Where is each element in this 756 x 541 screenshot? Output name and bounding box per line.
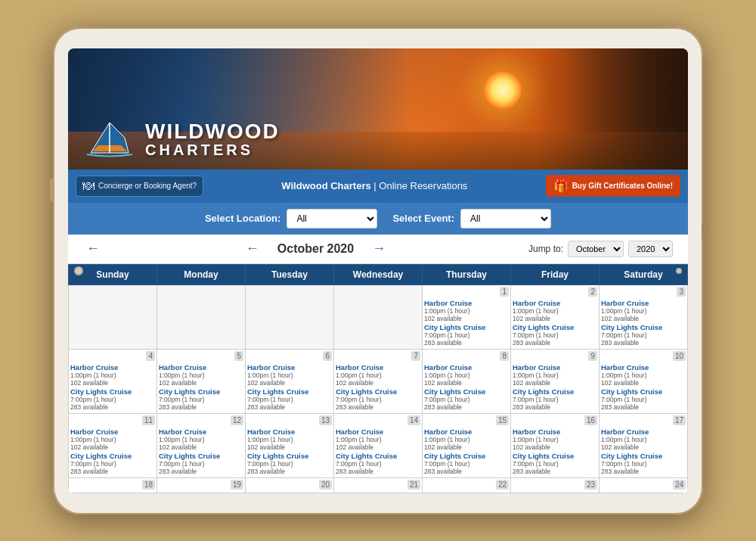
day-number: 15 (496, 415, 509, 425)
city-lights-title[interactable]: City Lights Cruise (513, 387, 597, 396)
harbor-cruise-title[interactable]: Harbor Cruise (247, 363, 332, 372)
harbor-cruise-title[interactable]: Harbor Cruise (513, 428, 597, 436)
prev-month-button[interactable]: ← (83, 241, 103, 257)
harbor-cruise-title[interactable]: Harbor Cruise (601, 363, 686, 372)
gift-certificates-button[interactable]: 🎁 Buy Gift Certificates Online! (546, 175, 680, 197)
list-item[interactable]: Harbor Cruise 1:00pm (1 hour) 102 availa… (424, 428, 509, 451)
harbor-cruise-title[interactable]: Harbor Cruise (424, 299, 509, 307)
city-lights-title[interactable]: City Lights Cruise (70, 452, 155, 460)
harbor-cruise-available: 102 available (336, 379, 420, 387)
harbor-cruise-title[interactable]: Harbor Cruise (247, 428, 332, 436)
city-lights-title[interactable]: City Lights Cruise (424, 323, 509, 331)
list-item[interactable]: Harbor Cruise 1:00pm (1 hour) 102 availa… (513, 299, 597, 322)
city-lights-title[interactable]: City Lights Cruise (424, 452, 509, 460)
front-camera (74, 266, 83, 275)
list-item[interactable]: Harbor Cruise 1:00pm (1 hour) 102 availa… (336, 363, 420, 387)
list-item[interactable]: City Lights Cruise 7:00pm (1 hour) 283 a… (601, 323, 686, 347)
list-item[interactable]: Harbor Cruise 1:00pm (1 hour) 102 availa… (247, 428, 332, 451)
volume-button (50, 179, 54, 201)
list-item[interactable]: City Lights Cruise 7:00pm (1 hour) 283 a… (247, 452, 332, 475)
city-lights-title[interactable]: City Lights Cruise (424, 387, 509, 396)
city-lights-available: 283 available (424, 339, 509, 347)
harbor-cruise-title[interactable]: Harbor Cruise (424, 428, 509, 436)
list-item[interactable]: City Lights Cruise 7:00pm (1 hour) 283 a… (513, 452, 597, 475)
list-item[interactable]: City Lights Cruise 7:00pm (1 hour) 283 a… (513, 387, 597, 411)
list-item[interactable]: Harbor Cruise 1:00pm (1 hour) 102 availa… (601, 428, 686, 451)
list-item[interactable]: City Lights Cruise 7:00pm (1 hour) 283 a… (247, 387, 332, 411)
calendar-nav: ← ← October 2020 → Jump to: October 2020 (68, 235, 688, 264)
harbor-cruise-title[interactable]: Harbor Cruise (513, 363, 597, 372)
list-item[interactable]: Harbor Cruise 1:00pm (1 hour) 102 availa… (601, 299, 686, 322)
table-row: 6 Harbor Cruise 1:00pm (1 hour) 102 avai… (246, 349, 334, 413)
list-item[interactable]: City Lights Cruise 7:00pm (1 hour) 283 a… (513, 323, 597, 347)
jump-year-select[interactable]: 2020 (628, 241, 673, 257)
list-item[interactable]: City Lights Cruise 7:00pm (1 hour) 283 a… (424, 323, 509, 347)
list-item[interactable]: City Lights Cruise 7:00pm (1 hour) 283 a… (70, 387, 155, 411)
list-item[interactable]: Harbor Cruise 1:00pm (1 hour) 102 availa… (336, 428, 420, 451)
list-item[interactable]: City Lights Cruise 7:00pm (1 hour) 283 a… (601, 452, 686, 475)
list-item[interactable]: Harbor Cruise 1:00pm (1 hour) 102 availa… (424, 299, 509, 322)
harbor-cruise-title[interactable]: Harbor Cruise (424, 363, 509, 372)
city-lights-time: 7:00pm (1 hour) (424, 460, 509, 468)
list-item[interactable]: City Lights Cruise 7:00pm (1 hour) 283 a… (159, 452, 243, 475)
city-lights-title[interactable]: City Lights Cruise (70, 387, 155, 396)
list-item[interactable]: Harbor Cruise 1:00pm (1 hour) 102 availa… (424, 363, 509, 387)
list-item[interactable]: City Lights Cruise 7:00pm (1 hour) 283 a… (424, 387, 509, 411)
nav-sub: Online Reservations (379, 180, 467, 191)
city-lights-title[interactable]: City Lights Cruise (336, 387, 420, 396)
list-item[interactable]: Harbor Cruise 1:00pm (1 hour) 102 availa… (513, 363, 597, 387)
harbor-cruise-title[interactable]: Harbor Cruise (70, 363, 155, 372)
concierge-icon: 🍽 (82, 179, 94, 193)
city-lights-title[interactable]: City Lights Cruise (336, 452, 420, 460)
table-row: 8 Harbor Cruise 1:00pm (1 hour) 102 avai… (423, 349, 511, 413)
list-item[interactable]: Harbor Cruise 1:00pm (1 hour) 102 availa… (70, 363, 155, 387)
day-number: 24 (673, 480, 686, 490)
hero-text-logo: WILDWOOD CHARTERS (145, 121, 280, 157)
harbor-cruise-title[interactable]: Harbor Cruise (336, 428, 420, 436)
harbor-cruise-title[interactable]: Harbor Cruise (159, 363, 243, 372)
prev-month-arrow[interactable]: ← (243, 241, 262, 257)
list-item[interactable]: Harbor Cruise 1:00pm (1 hour) 102 availa… (159, 363, 243, 387)
list-item[interactable]: City Lights Cruise 7:00pm (1 hour) 283 a… (601, 387, 686, 411)
list-item[interactable]: City Lights Cruise 7:00pm (1 hour) 283 a… (159, 387, 243, 411)
day-header-tuesday: Tuesday (246, 264, 334, 284)
concierge-button[interactable]: 🍽 Concierge or Booking Agent? (76, 176, 203, 197)
city-lights-title[interactable]: City Lights Cruise (513, 452, 597, 460)
event-select[interactable]: All (460, 209, 551, 229)
harbor-cruise-available: 102 available (70, 379, 155, 387)
day-header-monday: Monday (157, 264, 246, 284)
harbor-cruise-available: 102 available (336, 443, 420, 451)
harbor-cruise-available: 102 available (424, 315, 509, 322)
location-select[interactable]: All (287, 209, 377, 229)
list-item[interactable]: City Lights Cruise 7:00pm (1 hour) 283 a… (70, 452, 155, 475)
table-row: 1 Harbor Cruise 1:00pm (1 hour) 102 avai… (423, 284, 511, 349)
city-lights-title[interactable]: City Lights Cruise (513, 323, 597, 331)
list-item[interactable]: City Lights Cruise 7:00pm (1 hour) 283 a… (336, 387, 420, 411)
list-item[interactable]: Harbor Cruise 1:00pm (1 hour) 102 availa… (247, 363, 332, 387)
harbor-cruise-title[interactable]: Harbor Cruise (601, 299, 686, 307)
city-lights-title[interactable]: City Lights Cruise (159, 387, 243, 396)
city-lights-title[interactable]: City Lights Cruise (601, 387, 686, 396)
jump-month-select[interactable]: October (568, 241, 624, 257)
table-row: 5 Harbor Cruise 1:00pm (1 hour) 102 avai… (157, 349, 246, 413)
list-item[interactable]: Harbor Cruise 1:00pm (1 hour) 102 availa… (601, 363, 686, 387)
city-lights-title[interactable]: City Lights Cruise (601, 452, 686, 460)
harbor-cruise-title[interactable]: Harbor Cruise (159, 428, 243, 436)
city-lights-available: 283 available (70, 468, 155, 475)
next-month-arrow[interactable]: → (369, 241, 389, 257)
city-lights-title[interactable]: City Lights Cruise (247, 452, 332, 460)
city-lights-title[interactable]: City Lights Cruise (159, 452, 243, 460)
harbor-cruise-title[interactable]: Harbor Cruise (70, 428, 155, 436)
list-item[interactable]: City Lights Cruise 7:00pm (1 hour) 283 a… (336, 452, 420, 475)
harbor-cruise-title[interactable]: Harbor Cruise (513, 299, 597, 307)
list-item[interactable]: Harbor Cruise 1:00pm (1 hour) 102 availa… (513, 428, 597, 451)
headphone-jack (676, 268, 682, 274)
city-lights-time: 7:00pm (1 hour) (424, 331, 509, 339)
city-lights-title[interactable]: City Lights Cruise (247, 387, 332, 396)
harbor-cruise-title[interactable]: Harbor Cruise (336, 363, 420, 372)
list-item[interactable]: Harbor Cruise 1:00pm (1 hour) 102 availa… (159, 428, 243, 451)
list-item[interactable]: Harbor Cruise 1:00pm (1 hour) 102 availa… (70, 428, 155, 451)
harbor-cruise-title[interactable]: Harbor Cruise (601, 428, 686, 436)
city-lights-title[interactable]: City Lights Cruise (601, 323, 686, 331)
list-item[interactable]: City Lights Cruise 7:00pm (1 hour) 283 a… (424, 452, 509, 475)
